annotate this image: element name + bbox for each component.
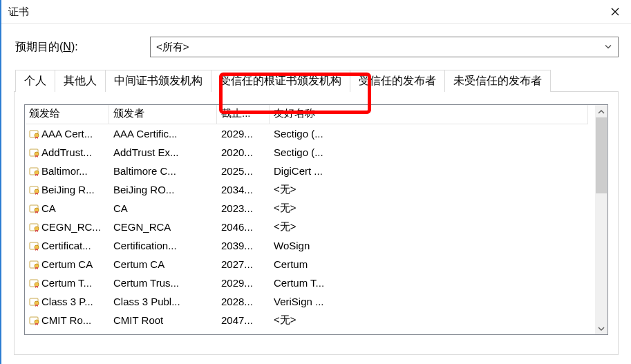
title-bar: 证书 xyxy=(1,0,631,24)
cell-issued-by: Class 3 Publ... xyxy=(109,296,217,307)
cell-expiration: 2028... xyxy=(217,296,270,307)
cell-issued-to: AddTrust... xyxy=(25,146,109,158)
column-header-1[interactable]: 颁发者 xyxy=(109,105,217,124)
certificate-icon xyxy=(29,297,40,307)
cell-issued-by: Certum Trus... xyxy=(109,277,217,289)
cell-expiration: 2023... xyxy=(217,202,270,214)
cell-friendly-name: Certum xyxy=(270,258,588,270)
cell-issued-by: CEGN_RCA xyxy=(109,221,217,233)
cell-friendly-name: WoSign xyxy=(270,240,588,251)
cell-issued-by: Baltimore C... xyxy=(109,165,217,177)
table-row[interactable]: AAA Cert...AAA Certific...2029...Sectigo… xyxy=(25,124,608,143)
cell-friendly-name: Sectigo (... xyxy=(270,128,588,140)
cell-issued-by: BeiJing RO... xyxy=(109,184,217,195)
tab-2[interactable]: 中间证书颁发机构 xyxy=(105,70,211,92)
cell-issued-to: Class 3 P... xyxy=(25,296,109,307)
cell-expiration: 2047... xyxy=(217,314,270,326)
cell-friendly-name: VeriSign ... xyxy=(270,296,588,307)
column-header-3[interactable]: 友好名称 xyxy=(270,105,588,124)
list-header-row: 颁发给颁发者截止...友好名称 xyxy=(25,105,608,124)
list-body: AAA Cert...AAA Certific...2029...Sectigo… xyxy=(25,124,608,334)
cell-issued-to: Baltimor... xyxy=(25,165,109,177)
certificates-dialog: 证书 预期目的(N): <所有> 个人其他人中间证书颁发机构受信任的根证书颁发机… xyxy=(0,0,631,364)
certificate-icon xyxy=(29,222,40,232)
table-row[interactable]: CEGN_RC...CEGN_RCA2046...<无> xyxy=(25,218,608,236)
scroll-up-button[interactable] xyxy=(595,105,608,117)
cell-issued-by: AddTrust Ex... xyxy=(109,146,217,158)
table-row[interactable]: AddTrust...AddTrust Ex...2020...Sectigo … xyxy=(25,143,608,162)
certificate-icon xyxy=(29,278,40,288)
cell-issued-to: AAA Cert... xyxy=(25,128,109,140)
cell-issued-to: BeiJing R... xyxy=(25,184,109,195)
intended-purpose-select[interactable]: <所有> xyxy=(150,37,619,57)
cell-friendly-name: <无> xyxy=(270,220,588,233)
tab-3[interactable]: 受信任的根证书颁发机构 xyxy=(211,70,350,92)
certificate-icon xyxy=(29,129,40,139)
cell-expiration: 2027... xyxy=(217,258,270,270)
cell-issued-by: CMIT Root xyxy=(109,314,217,326)
cell-expiration: 2034... xyxy=(217,184,270,195)
column-header-2[interactable]: 截止... xyxy=(217,105,270,124)
cell-expiration: 2039... xyxy=(217,240,270,251)
intended-purpose-row: 预期目的(N): <所有> xyxy=(14,37,619,57)
chevron-down-icon xyxy=(604,41,612,53)
table-row[interactable]: BeiJing R...BeiJing RO...2034...<无> xyxy=(25,180,608,199)
tab-0[interactable]: 个人 xyxy=(15,70,55,92)
window-title: 证书 xyxy=(8,6,29,19)
cell-issued-to: CA xyxy=(25,202,109,214)
dialog-body: 预期目的(N): <所有> 个人其他人中间证书颁发机构受信任的根证书颁发机构受信… xyxy=(1,24,631,355)
certificate-icon xyxy=(29,241,40,251)
close-button[interactable] xyxy=(599,0,631,23)
cell-friendly-name: <无> xyxy=(270,202,588,215)
cell-expiration: 2046... xyxy=(217,221,270,233)
chevron-up-icon xyxy=(598,106,605,117)
tab-panel: 颁发给颁发者截止...友好名称 AAA Cert...AAA Certific.… xyxy=(14,91,619,355)
table-row[interactable]: Baltimor...Baltimore C...2025...DigiCert… xyxy=(25,162,608,180)
cell-expiration: 2029... xyxy=(217,277,270,289)
certificate-icon xyxy=(29,316,40,325)
table-row[interactable]: Class 3 P...Class 3 Publ...2028...VeriSi… xyxy=(25,292,608,311)
vertical-scrollbar[interactable] xyxy=(595,105,608,334)
cell-issued-to: CMIT Ro... xyxy=(25,314,109,326)
certificate-icon xyxy=(29,166,40,176)
close-icon xyxy=(611,5,619,19)
cell-issued-by: Certification... xyxy=(109,240,217,251)
table-row[interactable]: Certum CACertum CA2027...Certum xyxy=(25,255,608,274)
scroll-down-button[interactable] xyxy=(595,322,608,334)
cell-friendly-name: DigiCert ... xyxy=(270,165,588,177)
certificate-icon xyxy=(29,185,40,195)
table-row[interactable]: CACA2023...<无> xyxy=(25,199,608,218)
column-header-0[interactable]: 颁发给 xyxy=(25,105,109,124)
cell-issued-to: Certum CA xyxy=(25,258,109,270)
chevron-down-icon xyxy=(598,323,605,334)
intended-purpose-label: 预期目的(N): xyxy=(14,40,150,55)
cell-friendly-name: Sectigo (... xyxy=(270,146,588,158)
cell-friendly-name: <无> xyxy=(270,183,588,196)
cell-expiration: 2025... xyxy=(217,165,270,177)
cell-issued-by: CA xyxy=(109,202,217,214)
table-row[interactable]: Certificat...Certification...2039...WoSi… xyxy=(25,236,608,255)
scroll-thumb[interactable] xyxy=(596,117,607,193)
table-row[interactable]: CMIT Ro...CMIT Root2047...<无> xyxy=(25,311,608,329)
cell-expiration: 2029... xyxy=(217,128,270,140)
table-row[interactable]: Certum T...Certum Trus...2029...Certum T… xyxy=(25,274,608,292)
certificate-icon xyxy=(29,260,40,269)
cell-friendly-name: <无> xyxy=(270,314,588,327)
cell-issued-to: Certificat... xyxy=(25,240,109,251)
tab-5[interactable]: 未受信任的发布者 xyxy=(444,70,551,92)
intended-purpose-value: <所有> xyxy=(156,41,189,54)
certificate-list: 颁发给颁发者截止...友好名称 AAA Cert...AAA Certific.… xyxy=(24,104,608,335)
certificate-icon xyxy=(29,204,40,213)
cell-issued-by: Certum CA xyxy=(109,258,217,270)
tab-4[interactable]: 受信任的发布者 xyxy=(350,70,445,92)
certificate-icon xyxy=(29,148,40,157)
tab-1[interactable]: 其他人 xyxy=(55,70,106,92)
cell-expiration: 2020... xyxy=(217,146,270,158)
cell-issued-to: Certum T... xyxy=(25,277,109,289)
cell-issued-by: AAA Certific... xyxy=(109,128,217,140)
cell-issued-to: CEGN_RC... xyxy=(25,221,109,233)
tab-strip: 个人其他人中间证书颁发机构受信任的根证书颁发机构受信任的发布者未受信任的发布者 xyxy=(14,70,619,92)
cell-friendly-name: Certum T... xyxy=(270,277,588,289)
